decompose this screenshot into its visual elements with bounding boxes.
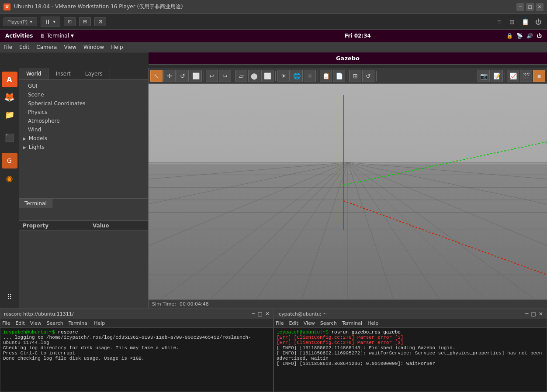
record-button[interactable]: 🎬 <box>520 70 532 82</box>
activities-button[interactable]: Activities <box>5 33 33 39</box>
left-icon-files[interactable]: 📁 <box>2 107 17 122</box>
cylinder-button[interactable]: ⬜ <box>261 70 274 82</box>
tree-gui[interactable]: GUI <box>19 82 148 90</box>
terminal-r-line-4: [ INFO] [1611858602.114868143]: Finished… <box>277 345 544 351</box>
tree-scene[interactable]: Scene <box>19 90 148 99</box>
terminal-left-title: roscore http://ubuntu:11311/ <box>4 311 73 317</box>
3d-viewport[interactable] <box>149 84 547 308</box>
tmenu-help-r[interactable]: Help <box>367 320 378 326</box>
terminal-left-maximize[interactable]: □ <box>258 311 263 317</box>
pause-button[interactable]: ⏸ ▼ <box>41 17 60 27</box>
tmenu-file-r[interactable]: File <box>276 320 284 326</box>
left-icon-gazebo[interactable]: G <box>2 153 17 168</box>
left-sidebar: A 🦊 📁 ⬛ G ◉ ⠿ <box>0 68 19 308</box>
menu-window[interactable]: Window <box>83 44 104 50</box>
snap-button[interactable]: ↺ <box>362 70 374 82</box>
close-button[interactable]: ✕ <box>536 3 544 11</box>
vm-btn-3[interactable]: ⊡ <box>64 17 76 26</box>
left-icon-terminal[interactable]: ⬛ <box>2 130 17 145</box>
power-icon[interactable]: ⏻ <box>537 33 542 39</box>
tree-physics[interactable]: Physics <box>19 108 148 117</box>
tree-lights[interactable]: ▶ Lights <box>19 143 148 151</box>
left-icon-ros[interactable]: ◉ <box>2 170 17 186</box>
box-button[interactable]: ▱ <box>235 70 247 82</box>
tmenu-edit-r[interactable]: Edit <box>289 320 298 326</box>
vmware-right-icons: ≡ ⊞ 📋 ⏻ <box>494 17 544 27</box>
vm-icon-4[interactable]: ⏻ <box>533 17 544 27</box>
tab-layers[interactable]: Layers <box>78 68 110 79</box>
tab-insert[interactable]: Insert <box>48 68 78 79</box>
vm-icon-3[interactable]: 📋 <box>520 17 530 27</box>
app-icon-ubuntu[interactable]: A <box>2 72 17 87</box>
sphere-button[interactable]: ⬤ <box>248 70 260 82</box>
translate-tool-button[interactable]: ✛ <box>163 70 176 82</box>
svg-line-10 <box>149 162 348 308</box>
copy-button[interactable]: 📋 <box>320 70 332 82</box>
tree-gui-label: GUI <box>28 83 38 89</box>
window-controls: ─ □ ✕ <box>516 3 544 11</box>
menu-camera[interactable]: Camera <box>36 44 57 50</box>
tmenu-terminal-l[interactable]: Terminal <box>69 320 89 326</box>
tmenu-file-l[interactable]: File <box>2 320 10 326</box>
vm-btn-5[interactable]: ⊠ <box>94 17 106 26</box>
terminal-right-minimize[interactable]: ─ <box>525 311 528 317</box>
light-button[interactable]: ☀ <box>277 70 290 82</box>
tmenu-search-r[interactable]: Search <box>320 320 337 326</box>
gazebo-toolbar: ↖ ✛ ↺ ⬜ ↩ ↪ ▱ ⬤ ⬜ ☀ 🌐 ≡ 📋 📄 ⊞ ↺ 📷 📝 📈 🎬 … <box>149 68 547 84</box>
undo-button[interactable]: ↩ <box>206 70 218 82</box>
tree-models[interactable]: ▶ Models <box>19 134 148 143</box>
screenshot-button[interactable]: 📷 <box>478 70 490 82</box>
menu-help[interactable]: Help <box>111 44 123 50</box>
maximize-button[interactable]: □ <box>526 3 534 11</box>
paste-button[interactable]: 📄 <box>333 70 345 82</box>
sep-3 <box>275 71 276 81</box>
tmenu-search-l[interactable]: Search <box>47 320 63 326</box>
terminal-topbar-button[interactable]: 🖥 Terminal ▼ <box>40 33 74 39</box>
plot-button[interactable]: 📈 <box>507 70 519 82</box>
tmenu-terminal-r[interactable]: Terminal <box>342 320 363 326</box>
menu-edit[interactable]: Edit <box>19 44 29 50</box>
left-icon-firefox[interactable]: 🦊 <box>2 89 17 105</box>
tree-atmosphere[interactable]: Atmosphere <box>19 117 148 125</box>
wireframe-button[interactable]: ≡ <box>304 70 316 82</box>
tab-world[interactable]: World <box>19 68 48 79</box>
terminal-r-line-5: [ INFO] [1611858602.116995272]: waitForS… <box>277 351 544 361</box>
vm-icon-1[interactable]: ≡ <box>494 17 504 27</box>
minimize-button[interactable]: ─ <box>516 3 524 11</box>
svg-line-13 <box>299 162 348 308</box>
vm-icon-2[interactable]: ⊞ <box>507 17 517 27</box>
terminal-line-5: Done checking log file disk usage. Usage… <box>3 356 270 361</box>
tmenu-help-l[interactable]: Help <box>94 320 105 326</box>
align-button[interactable]: ⊞ <box>349 70 361 82</box>
vm-btn-4[interactable]: ⊞ <box>79 17 91 26</box>
menu-view[interactable]: View <box>64 44 76 50</box>
terminal-right-title: icypatch@ubuntu: ~ <box>277 311 327 317</box>
terminal-left-close[interactable]: ✕ <box>265 311 270 317</box>
terminal-right-close[interactable]: ✕ <box>539 311 543 317</box>
menu-file[interactable]: File <box>3 44 12 50</box>
tree-spherical[interactable]: Spherical Coordinates <box>19 99 148 108</box>
tmenu-view-l[interactable]: View <box>30 320 42 326</box>
log-button[interactable]: 📝 <box>491 70 503 82</box>
system-time: Fri 02:34 <box>345 33 371 39</box>
select-tool-button[interactable]: ↖ <box>150 70 163 82</box>
tmenu-view-r[interactable]: View <box>304 320 315 326</box>
scale-tool-button[interactable]: ⬜ <box>190 70 202 82</box>
terminal-left: roscore http://ubuntu:11311/ ─ □ ✕ File … <box>0 308 274 392</box>
redo-button[interactable]: ↪ <box>219 70 231 82</box>
svg-line-12 <box>250 162 348 308</box>
rotate-tool-button[interactable]: ↺ <box>177 70 189 82</box>
terminal-left-minimize[interactable]: ─ <box>252 311 255 317</box>
terminal-tab[interactable]: Terminal <box>19 199 52 208</box>
terminal-right-maximize[interactable]: □ <box>531 311 536 317</box>
tmenu-edit-l[interactable]: Edit <box>15 320 24 326</box>
tree-wind[interactable]: Wind <box>19 125 148 134</box>
svg-line-16 <box>348 162 445 308</box>
active-tool[interactable]: ■ <box>533 70 545 82</box>
grid-button[interactable]: 🌐 <box>291 70 303 82</box>
svg-line-25 <box>149 162 348 179</box>
sep-6 <box>376 71 377 81</box>
window-title: Ubuntu 18.04 - VMware Workstation 16 Pla… <box>14 3 516 10</box>
left-icon-grid[interactable]: ⠿ <box>2 289 17 305</box>
player-button[interactable]: Player(P) ▼ <box>3 17 37 26</box>
